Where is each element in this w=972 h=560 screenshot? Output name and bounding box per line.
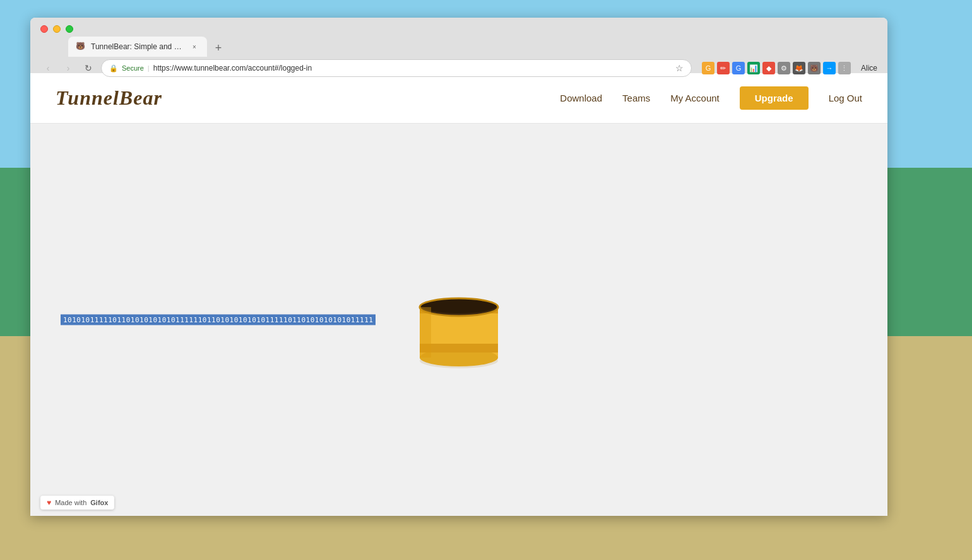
close-window-button[interactable] xyxy=(40,25,48,33)
tab-favicon: 🐻 xyxy=(76,42,86,52)
ext-icon-8[interactable]: 🐻 xyxy=(808,62,821,74)
download-link[interactable]: Download xyxy=(560,93,602,103)
main-content: 1010101111101101010101010111111011010101… xyxy=(30,124,887,516)
ext-icon-6[interactable]: ⚙ xyxy=(778,62,790,74)
user-label: Alice xyxy=(861,64,877,73)
address-url[interactable]: https://www.tunnelbear.com/account#/logg… xyxy=(153,64,672,73)
svg-rect-8 xyxy=(420,307,431,358)
page-content: TunnelBear Download Teams My Account Upg… xyxy=(30,73,887,516)
heart-icon: ♥ xyxy=(47,498,51,507)
ext-icon-10[interactable]: ⋮ xyxy=(838,62,851,74)
svg-rect-3 xyxy=(420,344,498,353)
ext-icon-1[interactable]: G xyxy=(702,62,714,74)
nav-header: TunnelBear Download Teams My Account Upg… xyxy=(30,73,887,124)
ext-icon-5[interactable]: ◆ xyxy=(762,62,775,74)
new-tab-button[interactable]: + xyxy=(210,39,227,57)
barrel-container xyxy=(402,263,516,376)
window-controls xyxy=(30,18,887,33)
ext-icon-4[interactable]: 📊 xyxy=(747,62,760,74)
browser-window: 🐻 TunnelBear: Simple and Secur × + ‹ › ↻… xyxy=(30,18,887,516)
upgrade-button[interactable]: Upgrade xyxy=(740,86,809,110)
ext-icon-2[interactable]: ✏ xyxy=(717,62,730,74)
ext-icon-7[interactable]: 🦊 xyxy=(793,62,805,74)
made-with-label: Made with xyxy=(55,499,86,506)
maximize-window-button[interactable] xyxy=(66,25,73,33)
barrel-illustration xyxy=(402,263,516,376)
tab-title: TunnelBear: Simple and Secur xyxy=(91,42,184,51)
binary-text: 1010101111101101010101010111111011010101… xyxy=(61,315,376,325)
ext-icon-9[interactable]: → xyxy=(823,62,836,74)
address-separator: | xyxy=(148,64,150,72)
logout-link[interactable]: Log Out xyxy=(829,93,862,103)
site-logo[interactable]: TunnelBear xyxy=(56,86,162,109)
back-button[interactable]: ‹ xyxy=(40,61,56,76)
secure-icon: 🔒 xyxy=(109,64,118,73)
active-tab[interactable]: 🐻 TunnelBear: Simple and Secur × xyxy=(68,37,207,57)
forward-button[interactable]: › xyxy=(61,61,76,76)
teams-link[interactable]: Teams xyxy=(622,93,650,103)
my-account-link[interactable]: My Account xyxy=(670,93,720,103)
browser-chrome: 🐻 TunnelBear: Simple and Secur × + ‹ › ↻… xyxy=(30,18,887,73)
minimize-window-button[interactable] xyxy=(53,25,61,33)
ext-icon-3[interactable]: G xyxy=(732,62,745,74)
desktop: 🐻 TunnelBear: Simple and Secur × + ‹ › ↻… xyxy=(0,0,972,560)
nav-links: Download Teams My Account Upgrade Log Ou… xyxy=(560,86,862,110)
address-bar[interactable]: 🔒 Secure | https://www.tunnelbear.com/ac… xyxy=(101,59,692,77)
secure-label: Secure xyxy=(122,64,144,72)
gifox-label: Gifox xyxy=(90,499,108,506)
tabs-bar: 🐻 TunnelBear: Simple and Secur × + xyxy=(30,33,887,57)
gifox-footer: ♥ Made with Gifox xyxy=(40,496,114,510)
refresh-button[interactable]: ↻ xyxy=(81,61,96,76)
tab-close-button[interactable]: × xyxy=(189,42,199,52)
bookmark-star-icon[interactable]: ☆ xyxy=(675,63,684,73)
logo-area: TunnelBear xyxy=(56,86,560,110)
extensions-row: G ✏ G 📊 ◆ ⚙ 🦊 🐻 → ⋮ xyxy=(702,62,851,74)
